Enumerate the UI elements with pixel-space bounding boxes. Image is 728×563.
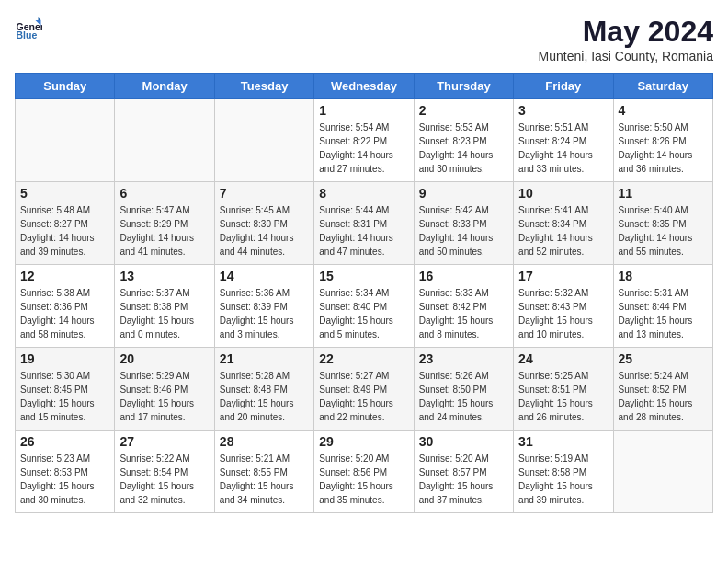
- cell-info: Sunrise: 5:40 AM Sunset: 8:35 PM Dayligh…: [619, 203, 708, 259]
- calendar-cell: 18Sunrise: 5:31 AM Sunset: 8:44 PM Dayli…: [613, 265, 712, 348]
- svg-marker-3: [39, 17, 41, 20]
- calendar-cell: 2Sunrise: 5:53 AM Sunset: 8:23 PM Daylig…: [414, 99, 513, 182]
- day-number: 26: [20, 434, 109, 449]
- cell-info: Sunrise: 5:31 AM Sunset: 8:44 PM Dayligh…: [619, 286, 708, 341]
- day-number: 11: [619, 186, 708, 201]
- cell-info: Sunrise: 5:33 AM Sunset: 8:42 PM Dayligh…: [419, 286, 508, 341]
- calendar-cell: 30Sunrise: 5:20 AM Sunset: 8:57 PM Dayli…: [414, 431, 513, 513]
- cell-info: Sunrise: 5:37 AM Sunset: 8:38 PM Dayligh…: [119, 286, 209, 341]
- calendar-cell: 12Sunrise: 5:38 AM Sunset: 8:36 PM Dayli…: [16, 265, 115, 348]
- cell-info: Sunrise: 5:26 AM Sunset: 8:50 PM Dayligh…: [419, 369, 508, 424]
- calendar-cell: 6Sunrise: 5:47 AM Sunset: 8:29 PM Daylig…: [115, 182, 214, 265]
- day-number: 18: [619, 269, 708, 283]
- header-cell-thursday: Thursday: [414, 74, 513, 99]
- cell-info: Sunrise: 5:21 AM Sunset: 8:55 PM Dayligh…: [220, 452, 309, 507]
- calendar-cell: 31Sunrise: 5:19 AM Sunset: 8:58 PM Dayli…: [514, 431, 613, 513]
- calendar-cell: 4Sunrise: 5:50 AM Sunset: 8:26 PM Daylig…: [613, 99, 712, 182]
- day-number: 25: [619, 351, 708, 366]
- day-number: 7: [220, 186, 309, 201]
- calendar-cell: 13Sunrise: 5:37 AM Sunset: 8:38 PM Dayli…: [115, 265, 214, 348]
- cell-info: Sunrise: 5:36 AM Sunset: 8:39 PM Dayligh…: [220, 286, 309, 341]
- cell-info: Sunrise: 5:23 AM Sunset: 8:53 PM Dayligh…: [20, 452, 109, 507]
- cell-info: Sunrise: 5:28 AM Sunset: 8:48 PM Dayligh…: [220, 369, 309, 424]
- calendar-header: SundayMondayTuesdayWednesdayThursdayFrid…: [16, 74, 713, 99]
- cell-info: Sunrise: 5:44 AM Sunset: 8:31 PM Dayligh…: [319, 203, 408, 259]
- cell-info: Sunrise: 5:54 AM Sunset: 8:22 PM Dayligh…: [319, 121, 408, 176]
- cell-info: Sunrise: 5:27 AM Sunset: 8:49 PM Dayligh…: [319, 369, 408, 424]
- week-row-3: 12Sunrise: 5:38 AM Sunset: 8:36 PM Dayli…: [16, 265, 713, 348]
- calendar-cell: 11Sunrise: 5:40 AM Sunset: 8:35 PM Dayli…: [613, 182, 712, 265]
- calendar-cell: 19Sunrise: 5:30 AM Sunset: 8:45 PM Dayli…: [16, 348, 115, 431]
- calendar-cell: 5Sunrise: 5:48 AM Sunset: 8:27 PM Daylig…: [16, 182, 115, 265]
- calendar-cell: 14Sunrise: 5:36 AM Sunset: 8:39 PM Dayli…: [214, 265, 313, 348]
- calendar-cell: 29Sunrise: 5:20 AM Sunset: 8:56 PM Dayli…: [314, 431, 414, 513]
- day-number: 19: [20, 351, 109, 366]
- calendar-cell: [214, 99, 313, 182]
- calendar-cell: 28Sunrise: 5:21 AM Sunset: 8:55 PM Dayli…: [214, 431, 313, 513]
- calendar-cell: 25Sunrise: 5:24 AM Sunset: 8:52 PM Dayli…: [613, 348, 712, 431]
- header-cell-sunday: Sunday: [16, 74, 115, 99]
- calendar-cell: 21Sunrise: 5:28 AM Sunset: 8:48 PM Dayli…: [214, 348, 313, 431]
- calendar-cell: 7Sunrise: 5:45 AM Sunset: 8:30 PM Daylig…: [214, 182, 313, 265]
- day-number: 17: [518, 269, 608, 283]
- cell-info: Sunrise: 5:42 AM Sunset: 8:33 PM Dayligh…: [419, 203, 508, 259]
- calendar-cell: 1Sunrise: 5:54 AM Sunset: 8:22 PM Daylig…: [314, 99, 414, 182]
- day-number: 22: [319, 351, 408, 366]
- cell-info: Sunrise: 5:38 AM Sunset: 8:36 PM Dayligh…: [20, 286, 109, 341]
- calendar-cell: 27Sunrise: 5:22 AM Sunset: 8:54 PM Dayli…: [115, 431, 214, 513]
- day-number: 24: [518, 351, 608, 366]
- day-number: 15: [319, 269, 408, 283]
- week-row-2: 5Sunrise: 5:48 AM Sunset: 8:27 PM Daylig…: [16, 182, 713, 265]
- cell-info: Sunrise: 5:48 AM Sunset: 8:27 PM Dayligh…: [20, 203, 109, 259]
- day-number: 12: [20, 269, 109, 283]
- cell-info: Sunrise: 5:41 AM Sunset: 8:34 PM Dayligh…: [518, 203, 608, 259]
- day-number: 4: [619, 103, 708, 118]
- cell-info: Sunrise: 5:47 AM Sunset: 8:29 PM Dayligh…: [119, 203, 209, 259]
- day-number: 29: [319, 434, 408, 449]
- cell-info: Sunrise: 5:45 AM Sunset: 8:30 PM Dayligh…: [220, 203, 309, 259]
- cell-info: Sunrise: 5:20 AM Sunset: 8:56 PM Dayligh…: [319, 452, 408, 507]
- cell-info: Sunrise: 5:34 AM Sunset: 8:40 PM Dayligh…: [319, 286, 408, 341]
- week-row-4: 19Sunrise: 5:30 AM Sunset: 8:45 PM Dayli…: [16, 348, 713, 431]
- cell-info: Sunrise: 5:51 AM Sunset: 8:24 PM Dayligh…: [518, 121, 608, 176]
- calendar-cell: 15Sunrise: 5:34 AM Sunset: 8:40 PM Dayli…: [314, 265, 414, 348]
- day-number: 6: [119, 186, 209, 201]
- calendar-table: SundayMondayTuesdayWednesdayThursdayFrid…: [15, 73, 713, 513]
- day-number: 16: [419, 269, 508, 283]
- cell-info: Sunrise: 5:19 AM Sunset: 8:58 PM Dayligh…: [518, 452, 608, 507]
- cell-info: Sunrise: 5:25 AM Sunset: 8:51 PM Dayligh…: [518, 369, 608, 424]
- page-header: General Blue May 2024 Munteni, Iasi Coun…: [15, 15, 713, 63]
- cell-info: Sunrise: 5:22 AM Sunset: 8:54 PM Dayligh…: [119, 452, 209, 507]
- week-row-5: 26Sunrise: 5:23 AM Sunset: 8:53 PM Dayli…: [16, 431, 713, 513]
- cell-info: Sunrise: 5:24 AM Sunset: 8:52 PM Dayligh…: [619, 369, 708, 424]
- calendar-cell: 24Sunrise: 5:25 AM Sunset: 8:51 PM Dayli…: [514, 348, 613, 431]
- calendar-cell: 22Sunrise: 5:27 AM Sunset: 8:49 PM Dayli…: [314, 348, 414, 431]
- calendar-cell: [16, 99, 115, 182]
- calendar-cell: 26Sunrise: 5:23 AM Sunset: 8:53 PM Dayli…: [16, 431, 115, 513]
- cell-info: Sunrise: 5:29 AM Sunset: 8:46 PM Dayligh…: [119, 369, 209, 424]
- calendar-cell: 16Sunrise: 5:33 AM Sunset: 8:42 PM Dayli…: [414, 265, 513, 348]
- day-number: 2: [419, 103, 508, 118]
- day-number: 8: [319, 186, 408, 201]
- location: Munteni, Iasi County, Romania: [539, 49, 713, 63]
- day-number: 10: [518, 186, 608, 201]
- day-number: 13: [119, 269, 209, 283]
- header-cell-wednesday: Wednesday: [314, 74, 414, 99]
- header-cell-saturday: Saturday: [613, 74, 712, 99]
- cell-info: Sunrise: 5:53 AM Sunset: 8:23 PM Dayligh…: [419, 121, 508, 176]
- calendar-cell: 23Sunrise: 5:26 AM Sunset: 8:50 PM Dayli…: [414, 348, 513, 431]
- calendar-cell: 9Sunrise: 5:42 AM Sunset: 8:33 PM Daylig…: [414, 182, 513, 265]
- calendar-cell: [613, 431, 712, 513]
- calendar-cell: 20Sunrise: 5:29 AM Sunset: 8:46 PM Dayli…: [115, 348, 214, 431]
- cell-info: Sunrise: 5:20 AM Sunset: 8:57 PM Dayligh…: [419, 452, 508, 507]
- month-title: May 2024: [539, 15, 713, 49]
- day-number: 1: [319, 103, 408, 118]
- calendar-cell: 3Sunrise: 5:51 AM Sunset: 8:24 PM Daylig…: [514, 99, 613, 182]
- logo-icon: General Blue: [15, 15, 42, 42]
- day-number: 20: [119, 351, 209, 366]
- calendar-body: 1Sunrise: 5:54 AM Sunset: 8:22 PM Daylig…: [16, 99, 713, 513]
- day-number: 9: [419, 186, 508, 201]
- cell-info: Sunrise: 5:50 AM Sunset: 8:26 PM Dayligh…: [619, 121, 708, 176]
- day-number: 5: [20, 186, 109, 201]
- day-number: 14: [220, 269, 309, 283]
